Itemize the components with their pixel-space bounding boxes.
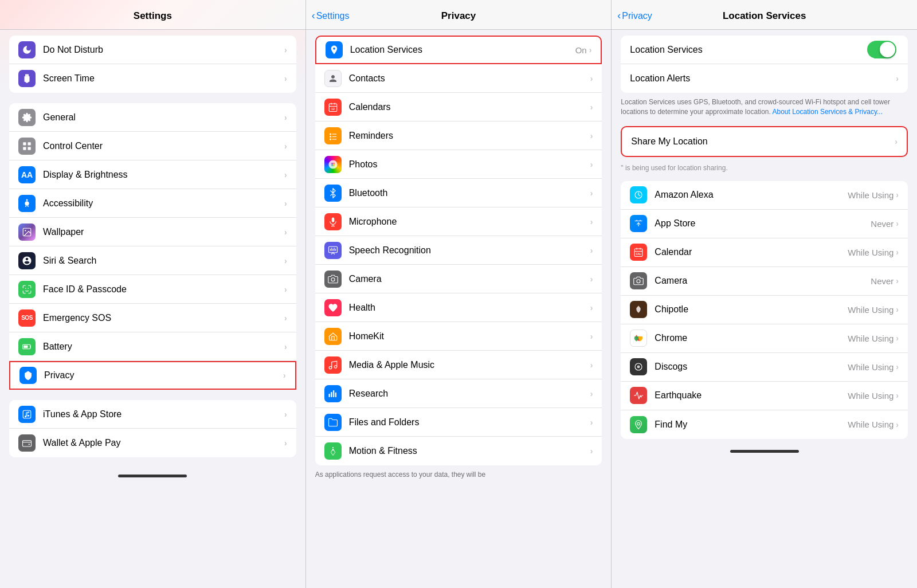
- settings-row-itunes[interactable]: iTunes & App Store ›: [9, 400, 296, 429]
- settings-row-wallet[interactable]: Wallet & Apple Pay ›: [9, 429, 296, 457]
- settings-row-privacy[interactable]: Privacy ›: [9, 361, 296, 390]
- app-row-calendar[interactable]: CAL Calendar While Using ›: [621, 238, 908, 267]
- privacy-row-location-services[interactable]: Location Services On ›: [315, 36, 602, 64]
- calendar-value: While Using: [848, 248, 894, 257]
- health-icon: [324, 299, 342, 316]
- chevron-icon: ›: [896, 391, 899, 400]
- app-row-chipotle[interactable]: Chipotle While Using ›: [621, 296, 908, 324]
- apps-group: Amazon Alexa While Using › App Store Nev…: [621, 181, 908, 439]
- control-center-icon: [18, 138, 36, 155]
- privacy-footer-text: As applications request access to your d…: [315, 470, 602, 480]
- settings-row-emergency-sos[interactable]: SOS Emergency SOS ›: [9, 304, 296, 332]
- chevron-icon: ›: [284, 313, 287, 323]
- homekit-label: HomeKit: [349, 331, 590, 342]
- settings-row-display-brightness[interactable]: AA Display & Brightness ›: [9, 160, 296, 189]
- privacy-row-contacts[interactable]: Contacts ›: [315, 64, 602, 93]
- app-row-discogs[interactable]: Discogs While Using ›: [621, 353, 908, 382]
- privacy-row-bluetooth[interactable]: Bluetooth ›: [315, 179, 602, 207]
- camera-label: Camera: [349, 274, 590, 284]
- privacy-header: ‹ Settings Privacy: [306, 0, 612, 30]
- app-row-camera[interactable]: Camera Never ›: [621, 267, 908, 296]
- location-alerts-row[interactable]: Location Alerts ›: [621, 64, 908, 93]
- do-not-disturb-icon: [18, 41, 36, 58]
- calendars-label: Calendars: [349, 102, 590, 112]
- general-icon: [18, 109, 36, 126]
- chipotle-icon: [630, 301, 647, 318]
- app-row-app-store[interactable]: App Store Never ›: [621, 210, 908, 238]
- app-row-amazon-alexa[interactable]: Amazon Alexa While Using ›: [621, 181, 908, 210]
- privacy-row-camera[interactable]: Camera ›: [315, 265, 602, 293]
- chevron-icon: ›: [590, 74, 593, 83]
- do-not-disturb-label: Do Not Disturb: [43, 45, 284, 55]
- speech-label: Speech Recognition: [349, 245, 590, 256]
- chevron-icon: ›: [590, 131, 593, 140]
- battery-label: Battery: [43, 342, 284, 352]
- svg-point-15: [28, 414, 29, 416]
- battery-icon: [18, 338, 36, 355]
- privacy-group: Location Services On › Contacts › 12 Cal…: [315, 36, 602, 465]
- svg-point-35: [331, 277, 335, 281]
- share-my-location-row[interactable]: Share My Location ›: [622, 127, 907, 156]
- location-services-content: Location Services Location Alerts › Loca…: [612, 30, 917, 588]
- camera-icon: [324, 271, 342, 288]
- face-id-label: Face ID & Passcode: [43, 284, 284, 295]
- amazon-alexa-value: While Using: [848, 190, 894, 200]
- app-row-find-my[interactable]: Find My While Using ›: [621, 410, 908, 439]
- svg-point-20: [330, 133, 331, 135]
- svg-point-8: [26, 199, 28, 201]
- privacy-row-calendars[interactable]: 12 Calendars ›: [315, 93, 602, 121]
- privacy-row-homekit[interactable]: HomeKit ›: [315, 322, 602, 351]
- general-label: General: [43, 112, 284, 123]
- app-row-earthquake[interactable]: Earthquake While Using ›: [621, 382, 908, 410]
- settings-row-accessibility[interactable]: Accessibility ›: [9, 189, 296, 218]
- privacy-row-media-music[interactable]: Media & Apple Music ›: [315, 351, 602, 379]
- camera-app-icon: [630, 272, 647, 289]
- microphone-label: Microphone: [349, 217, 590, 227]
- reminders-label: Reminders: [349, 131, 590, 141]
- chevron-icon: ›: [284, 142, 287, 151]
- discogs-icon: [630, 358, 647, 375]
- location-services-value: On: [575, 45, 587, 55]
- settings-row-siri-search[interactable]: Siri & Search ›: [9, 246, 296, 275]
- location-services-header: ‹ Privacy Location Services: [612, 0, 917, 30]
- settings-row-face-id[interactable]: Face ID & Passcode ›: [9, 275, 296, 304]
- settings-row-wallpaper[interactable]: Wallpaper ›: [9, 218, 296, 246]
- privacy-row-reminders[interactable]: Reminders ›: [315, 121, 602, 150]
- privacy-row-microphone[interactable]: Microphone ›: [315, 207, 602, 236]
- app-row-chrome[interactable]: Chrome While Using ›: [621, 324, 908, 353]
- privacy-row-health[interactable]: Health ›: [315, 293, 602, 322]
- privacy-row-photos[interactable]: Photos ›: [315, 150, 602, 179]
- microphone-icon: [324, 213, 342, 230]
- chevron-icon: ›: [896, 420, 899, 429]
- location-services-toggle-row[interactable]: Location Services: [621, 36, 908, 64]
- chevron-icon: ›: [590, 246, 593, 255]
- settings-row-do-not-disturb[interactable]: Do Not Disturb ›: [9, 36, 296, 64]
- location-services-label: Location Services: [350, 45, 575, 55]
- research-label: Research: [349, 389, 590, 399]
- toggle-knob: [880, 42, 895, 57]
- svg-rect-6: [23, 147, 26, 150]
- privacy-row-speech[interactable]: Speech Recognition ›: [315, 236, 602, 265]
- itunes-label: iTunes & App Store: [43, 409, 284, 420]
- speech-icon: [324, 242, 342, 259]
- privacy-back-button[interactable]: ‹ Settings: [312, 10, 350, 22]
- chevron-icon: ›: [284, 45, 287, 54]
- privacy-row-motion-fitness[interactable]: Motion & Fitness ›: [315, 437, 602, 465]
- svg-rect-39: [331, 392, 332, 397]
- location-services-link[interactable]: About Location Services & Privacy...: [773, 108, 883, 116]
- chevron-icon: ›: [284, 113, 287, 122]
- chevron-icon: ›: [896, 305, 899, 314]
- settings-row-battery[interactable]: Battery ›: [9, 332, 296, 361]
- homekit-icon: [324, 328, 342, 345]
- contacts-label: Contacts: [349, 73, 590, 84]
- privacy-row-research[interactable]: Research ›: [315, 379, 602, 408]
- privacy-row-files-folders[interactable]: Files and Folders ›: [315, 408, 602, 437]
- location-services-toggle[interactable]: [867, 41, 896, 58]
- location-back-button[interactable]: ‹ Privacy: [617, 10, 652, 22]
- location-back-label: Privacy: [622, 11, 652, 21]
- settings-row-control-center[interactable]: Control Center ›: [9, 132, 296, 160]
- location-services-panel: ‹ Privacy Location Services Location Ser…: [611, 0, 917, 588]
- settings-row-screen-time[interactable]: Screen Time ›: [9, 64, 296, 93]
- settings-row-general[interactable]: General ›: [9, 103, 296, 132]
- chrome-icon: [630, 330, 647, 347]
